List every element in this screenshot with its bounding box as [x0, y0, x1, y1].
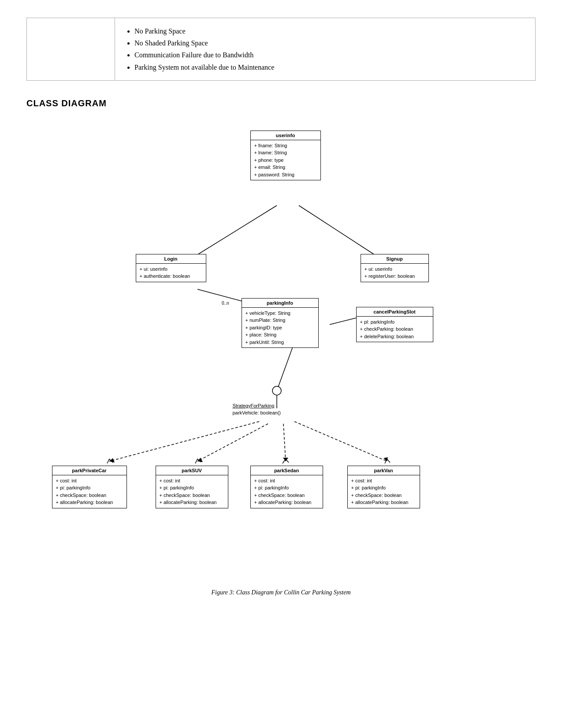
uml-class-parkvan: parkVan + cost: int + pi: parkingInfo + …	[347, 466, 420, 508]
strategy-label: StrategyForParking	[233, 403, 275, 408]
parkvan-title: parkVan	[348, 466, 420, 475]
signup-body: + ui: userinfo + registerUser: boolean	[361, 264, 428, 282]
strategy-method: parkVehicle: boolean()	[233, 410, 281, 415]
bullet-item-3: Communication Failure due to Bandwidth	[134, 49, 526, 61]
table-left-cell	[27, 18, 115, 80]
cancelparkingslot-body: + pl: parkingInfo + checkParking: boolea…	[357, 317, 433, 342]
bullet-item-2: No Shaded Parking Space	[134, 37, 526, 49]
bullet-list: No Parking Space No Shaded Parking Space…	[124, 25, 526, 73]
parkinginfo-title: parkingInfo	[242, 299, 318, 308]
svg-line-13	[294, 422, 387, 461]
parkinginfo-body: + vehicleType: String + numPlate: String…	[242, 308, 318, 348]
login-body: + ui: userinfo + authenticate: boolean	[136, 264, 206, 282]
parkvan-body: + cost: int + pi: parkingInfo + checkSpa…	[348, 475, 420, 508]
section-title: CLASS DIAGRAM	[26, 98, 536, 108]
uml-class-signup: Signup + ui: userinfo + registerUser: bo…	[361, 254, 429, 282]
uml-class-login: Login + ui: userinfo + authenticate: boo…	[136, 254, 206, 282]
bullet-item-4: Parking System not available due to Main…	[134, 61, 526, 73]
userinfo-body: + fname: String + lname: String + phone:…	[251, 140, 320, 180]
login-title: Login	[136, 254, 206, 264]
parksuv-title: parkSUV	[156, 466, 228, 475]
signup-title: Signup	[361, 254, 428, 264]
parksedan-body: + cost: int + pi: parkingInfo + checkSpa…	[251, 475, 323, 508]
uml-class-parksuv: parkSUV + cost: int + pi: parkingInfo + …	[156, 466, 228, 508]
svg-point-5	[272, 386, 281, 395]
svg-text:0..n: 0..n	[222, 301, 229, 306]
uml-class-parksedan: parkSedan + cost: int + pi: parkingInfo …	[250, 466, 323, 508]
userinfo-title: userinfo	[251, 131, 320, 140]
svg-line-4	[277, 342, 294, 391]
table-right-cell: No Parking Space No Shaded Parking Space…	[115, 18, 535, 80]
diagram-container: 0..n userinfo + fname: String + lname: S…	[39, 117, 524, 580]
svg-marker-12	[283, 458, 288, 461]
table-section: No Parking Space No Shaded Parking Space…	[26, 18, 536, 81]
cancelparkingslot-title: cancelParkingSlot	[357, 307, 433, 317]
parksuv-body: + cost: int + pi: parkingInfo + checkSpa…	[156, 475, 228, 508]
uml-class-parkinginfo: parkingInfo + vehicleType: String + numP…	[242, 298, 319, 348]
svg-marker-14	[383, 457, 388, 461]
svg-line-9	[197, 424, 268, 461]
svg-line-7	[109, 422, 259, 461]
svg-line-11	[283, 424, 286, 461]
svg-marker-8	[109, 458, 115, 463]
figure-caption: Figure 3: Class Diagram for Collin Car P…	[26, 589, 536, 596]
uml-class-parkprivatecar: parkPrivateCar + cost: int + pi: parking…	[52, 466, 127, 508]
parkprivatecar-body: + cost: int + pi: parkingInfo + checkSpa…	[52, 475, 127, 508]
svg-marker-10	[197, 458, 203, 462]
parksedan-title: parkSedan	[251, 466, 323, 475]
uml-class-cancelparkingslot: cancelParkingSlot + pl: parkingInfo + ch…	[356, 307, 433, 343]
class-diagram-section: CLASS DIAGRAM	[26, 98, 536, 596]
diagram-svg: 0..n	[39, 117, 524, 580]
bullet-item-1: No Parking Space	[134, 25, 526, 37]
parkprivatecar-title: parkPrivateCar	[52, 466, 127, 475]
uml-class-userinfo: userinfo + fname: String + lname: String…	[250, 131, 321, 181]
